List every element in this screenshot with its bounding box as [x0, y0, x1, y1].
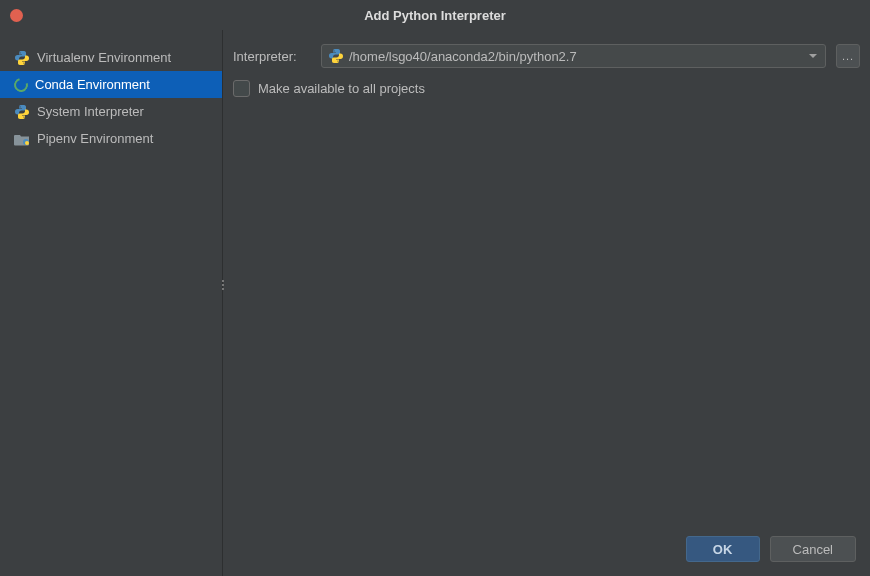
sidebar-item-virtualenv[interactable]: Virtualenv Environment	[0, 44, 222, 71]
titlebar: Add Python Interpreter	[0, 0, 870, 30]
sidebar-item-system[interactable]: System Interpreter	[0, 98, 222, 125]
interpreter-label: Interpreter:	[233, 49, 311, 64]
ok-button[interactable]: OK	[686, 536, 760, 562]
sidebar-item-conda[interactable]: Conda Environment	[0, 71, 222, 98]
window-title: Add Python Interpreter	[364, 8, 506, 23]
sidebar-item-label: Conda Environment	[35, 77, 150, 92]
content: Virtualenv Environment Conda Environment…	[0, 30, 870, 576]
python-icon	[14, 104, 30, 120]
resize-handle[interactable]	[222, 280, 225, 292]
python-icon	[328, 48, 344, 64]
button-bar: OK Cancel	[686, 536, 856, 562]
sidebar: Virtualenv Environment Conda Environment…	[0, 30, 222, 576]
browse-button[interactable]: ...	[836, 44, 860, 68]
sidebar-item-pipenv[interactable]: Pipenv Environment	[0, 125, 222, 152]
chevron-down-icon	[809, 54, 817, 58]
main-panel: Interpreter: /home/lsgo40/anaconda2/bin/…	[222, 30, 870, 576]
sidebar-item-label: Virtualenv Environment	[37, 50, 171, 65]
available-all-projects-label: Make available to all projects	[258, 81, 425, 96]
available-all-projects-checkbox[interactable]	[233, 80, 250, 97]
interpreter-row: Interpreter: /home/lsgo40/anaconda2/bin/…	[233, 44, 860, 68]
interpreter-value: /home/lsgo40/anaconda2/bin/python2.7	[349, 49, 804, 64]
sidebar-item-label: System Interpreter	[37, 104, 144, 119]
close-icon[interactable]	[10, 9, 23, 22]
python-icon	[14, 50, 30, 66]
interpreter-dropdown[interactable]: /home/lsgo40/anaconda2/bin/python2.7	[321, 44, 826, 68]
available-all-projects-row: Make available to all projects	[233, 80, 860, 97]
svg-point-1	[25, 141, 29, 145]
cancel-button[interactable]: Cancel	[770, 536, 856, 562]
conda-icon	[14, 78, 28, 92]
sidebar-item-label: Pipenv Environment	[37, 131, 153, 146]
folder-python-icon	[14, 132, 30, 146]
